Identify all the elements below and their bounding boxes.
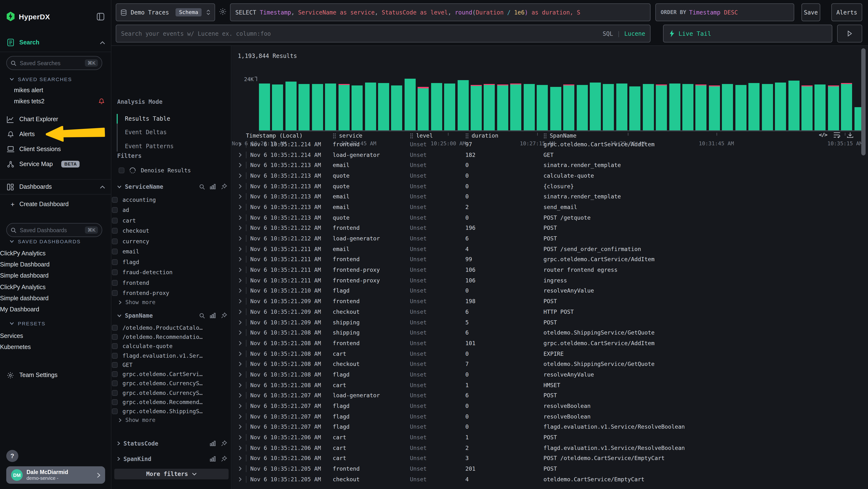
table-row[interactable]: Nov 6 10:35:21.207 AM flagd Unset 0 reso…	[235, 411, 861, 422]
histogram-bar[interactable]	[431, 83, 442, 130]
expand-row-icon[interactable]	[235, 435, 246, 440]
table-row[interactable]: Nov 6 10:35:21.205 AM frontend Unset 201…	[235, 464, 861, 474]
expand-row-icon[interactable]	[235, 247, 246, 251]
saved-searches-input[interactable]	[20, 60, 82, 66]
expand-row-icon[interactable]	[235, 299, 246, 304]
checkbox[interactable]	[112, 238, 118, 244]
chevron-up-icon[interactable]	[100, 41, 105, 44]
histogram-bar[interactable]	[444, 83, 455, 130]
saved-search-mikes-alert[interactable]: mikes alert	[14, 86, 105, 95]
expand-row-icon[interactable]	[235, 184, 246, 189]
histogram-bar[interactable]	[550, 87, 561, 130]
histogram-bar[interactable]	[762, 84, 773, 130]
code-view-icon[interactable]: </>	[819, 132, 827, 138]
histogram-bar[interactable]	[325, 83, 336, 130]
column-service[interactable]: service	[333, 132, 410, 139]
sql-mode-toggle[interactable]: SQL	[602, 30, 613, 37]
filter-checkbox-item[interactable]: frontend-proxy	[112, 288, 231, 298]
checkbox[interactable]	[112, 228, 118, 234]
filter-checkbox-item[interactable]: checkout	[112, 226, 231, 236]
histogram-bar[interactable]	[537, 85, 548, 130]
checkbox[interactable]	[119, 168, 124, 173]
expand-row-icon[interactable]	[235, 393, 246, 398]
histogram-bar[interactable]	[524, 84, 535, 130]
drag-handle-icon[interactable]	[544, 133, 547, 138]
table-row[interactable]: Nov 6 10:35:21.211 AM frontend-proxy Uns…	[235, 275, 861, 286]
table-row[interactable]: Nov 6 10:35:21.214 AM load-generator Uns…	[235, 149, 861, 160]
table-row[interactable]: Nov 6 10:35:21.209 AM frontend Unset 198…	[235, 296, 861, 307]
histogram-bar[interactable]	[391, 85, 402, 130]
chevron-up-icon[interactable]	[100, 185, 105, 189]
expand-row-icon[interactable]	[235, 362, 246, 367]
download-icon[interactable]	[847, 132, 854, 138]
filter-checkbox-item[interactable]: GET	[112, 360, 231, 370]
expand-row-icon[interactable]	[235, 215, 246, 220]
drag-handle-icon[interactable]	[410, 133, 413, 138]
histogram-bar[interactable]	[272, 84, 283, 130]
mode-event-deltas[interactable]: Event Deltas	[125, 128, 166, 136]
chart-icon[interactable]	[210, 456, 216, 461]
histogram-bar[interactable]	[457, 80, 468, 130]
checkbox[interactable]	[112, 325, 118, 330]
expand-row-icon[interactable]	[235, 341, 246, 346]
help-button[interactable]: ?	[6, 450, 18, 462]
histogram-bar[interactable]	[748, 83, 760, 130]
table-row[interactable]: Nov 6 10:35:21.208 AM cart Unset 1 HMSET	[235, 380, 861, 390]
column-spanname[interactable]: SpanName	[544, 132, 832, 139]
table-row[interactable]: Nov 6 10:35:21.213 AM email Unset 0 sina…	[235, 160, 861, 170]
expand-row-icon[interactable]	[235, 351, 246, 356]
drag-handle-icon[interactable]	[333, 133, 336, 138]
checkbox[interactable]	[112, 249, 118, 255]
table-row[interactable]: Nov 6 10:35:21.213 AM email Unset 2 send…	[235, 202, 861, 212]
filter-checkbox-item[interactable]: grpc.oteldemo.Recommend…	[112, 398, 231, 407]
table-row[interactable]: Nov 6 10:35:21.213 AM quote Unset 0 {clo…	[235, 181, 861, 192]
table-row[interactable]: Nov 6 10:35:21.208 AM checkout Unset 7 o…	[235, 359, 861, 369]
saved-searches-section[interactable]: SAVED SEARCHES	[10, 75, 72, 83]
saved-dashboard-item[interactable]: Simple dashboard	[0, 292, 111, 304]
expand-row-icon[interactable]	[235, 226, 246, 230]
expand-row-icon[interactable]	[235, 372, 246, 377]
table-row[interactable]: Nov 6 10:35:21.207 AM flagd Unset 0 reso…	[235, 401, 861, 411]
filter-checkbox-item[interactable]: currency	[112, 236, 231, 247]
saved-dashboards-searchbox[interactable]: ⌘K	[6, 223, 102, 237]
expand-row-icon[interactable]	[235, 320, 246, 325]
expand-row-icon[interactable]	[235, 466, 246, 471]
filter-group-statuscode[interactable]: StatusCode	[117, 439, 227, 448]
live-tail-button[interactable]: Live Tail	[663, 25, 832, 42]
expand-row-icon[interactable]	[235, 330, 246, 335]
histogram-bar[interactable]	[312, 84, 323, 130]
pin-icon[interactable]	[221, 312, 227, 319]
expand-row-icon[interactable]	[235, 456, 246, 461]
preset-item[interactable]: Kubernetes	[0, 342, 111, 353]
histogram-bar[interactable]	[338, 84, 349, 130]
filter-checkbox-item[interactable]: cart	[112, 215, 231, 226]
saved-dashboards-section[interactable]: SAVED DASHBOARDS	[10, 237, 81, 245]
event-search-input[interactable]	[121, 30, 599, 37]
gear-icon[interactable]	[219, 8, 227, 16]
checkbox[interactable]	[112, 207, 118, 213]
histogram-bar[interactable]	[643, 84, 654, 130]
chart-icon[interactable]	[210, 184, 216, 189]
checkbox[interactable]	[112, 280, 118, 286]
sidebar-item-search[interactable]: Search	[0, 37, 112, 48]
expand-row-icon[interactable]	[235, 425, 246, 429]
sidebar-item-team-settings[interactable]: Team Settings	[0, 369, 112, 381]
column-timestamp[interactable]: Timestamp (Local)	[246, 132, 333, 139]
checkbox[interactable]	[112, 390, 118, 396]
chart-icon[interactable]	[210, 313, 216, 318]
histogram-bar[interactable]	[497, 84, 508, 130]
table-row[interactable]: Nov 6 10:35:21.208 AM cart Unset 0 EXPIR…	[235, 348, 861, 359]
saved-dashboards-input[interactable]	[20, 227, 82, 233]
checkbox[interactable]	[112, 334, 118, 340]
table-row[interactable]: Nov 6 10:35:21.206 AM cart Unset 1 POST	[235, 432, 861, 443]
filter-checkbox-item[interactable]: grpc.oteldemo.ShippingS…	[112, 407, 231, 416]
table-row[interactable]: Nov 6 10:35:21.209 AM checkout Unset 6 H…	[235, 307, 861, 317]
search-icon[interactable]	[199, 184, 205, 190]
user-menu[interactable]: DM Dale McDiarmid demo-service -	[6, 466, 105, 484]
table-row[interactable]: Nov 6 10:35:21.208 AM flagd Unset 0 reso…	[235, 369, 861, 380]
expand-row-icon[interactable]	[235, 414, 246, 419]
checkbox[interactable]	[112, 197, 118, 203]
table-row[interactable]: Nov 6 10:35:21.205 AM checkout Unset 4 o…	[235, 474, 861, 484]
filter-checkbox-item[interactable]: email	[112, 247, 231, 257]
histogram-bar[interactable]	[709, 85, 720, 130]
